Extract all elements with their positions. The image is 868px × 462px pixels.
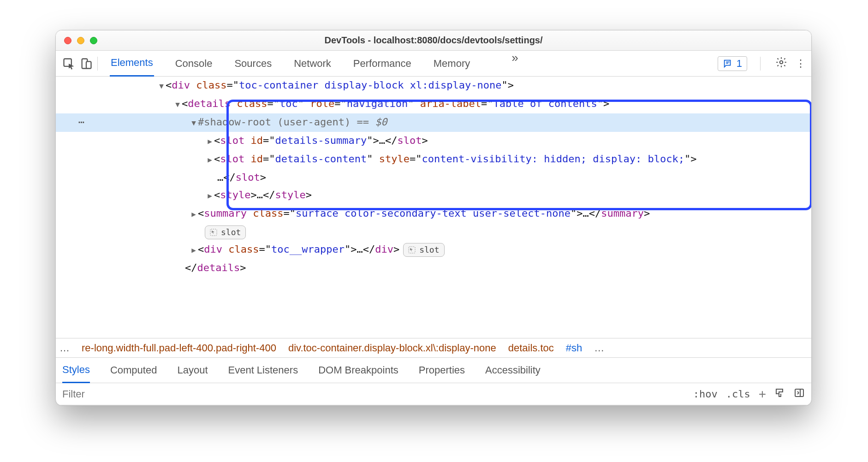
dom-breadcrumbs[interactable]: … re-long.width-full.pad-left-400.pad-ri… [56,338,811,357]
dom-node-summary[interactable]: <summary class="surface color-secondary-… [56,205,811,223]
separator [97,57,98,71]
crumb-item-selected[interactable]: #sh [566,342,582,354]
tab-dom-breakpoints[interactable]: DOM Breakpoints [318,357,398,383]
issues-badge[interactable]: 1 [718,56,747,71]
dom-node-summary-slot-pill[interactable]: slot [56,223,811,241]
inspect-element-icon[interactable] [62,57,75,70]
dom-node-shadow-root[interactable]: ⋯ #shadow-root (user-agent) == $0 [56,113,811,132]
dom-node-div-toc-container[interactable]: <div class="toc-container display-block … [56,77,811,95]
expand-toggle-icon[interactable] [190,242,198,259]
expand-toggle-icon[interactable] [190,114,198,132]
shadow-root-label: #shadow-root (user-agent) [198,116,351,128]
dom-node-details[interactable]: <details class="toc" role="navigation" a… [56,95,811,113]
dom-node-style[interactable]: <style>…</style> [56,186,811,205]
crumb-item[interactable]: details.toc [508,342,554,354]
toggle-hover-button[interactable]: :hov [693,388,718,400]
tab-styles[interactable]: Styles [62,357,90,383]
tab-console[interactable]: Console [174,51,214,77]
tab-memory[interactable]: Memory [433,51,471,77]
styles-filter-input[interactable]: Filter [62,388,693,400]
expand-toggle-icon[interactable] [190,206,198,223]
dom-node-slot-content[interactable]: <slot id="details-content" style="conten… [56,150,811,186]
reveal-slot-button[interactable]: slot [403,243,444,257]
toggle-sidebar-icon[interactable] [794,387,805,401]
expand-toggle-icon[interactable] [206,187,214,205]
paint-icon[interactable] [774,387,785,401]
toggle-classes-button[interactable]: .cls [726,388,750,400]
tab-properties[interactable]: Properties [419,357,465,383]
kebab-menu-icon[interactable]: ⋮ [796,58,807,70]
tab-elements[interactable]: Elements [110,51,154,77]
expand-toggle-icon[interactable] [206,133,214,150]
svg-rect-5 [409,247,415,253]
tab-network[interactable]: Network [293,51,332,77]
tab-sources[interactable]: Sources [233,51,273,77]
zoom-window-button[interactable] [90,37,97,44]
svg-rect-2 [86,61,91,68]
new-style-rule-button[interactable]: + [759,387,766,402]
tab-performance[interactable]: Performance [352,51,412,77]
settings-icon[interactable] [775,56,787,71]
sidebar-tabs: Styles Computed Layout Event Listeners D… [56,357,811,383]
console-ref: $0 [375,116,387,128]
reveal-slot-button[interactable]: slot [205,225,246,239]
tab-event-listeners[interactable]: Event Listeners [228,357,298,383]
more-tabs-icon[interactable]: » [511,51,518,77]
device-toolbar-icon[interactable] [80,57,93,70]
crumb-overflow-right[interactable]: … [594,342,604,354]
crumb-overflow-left[interactable]: … [59,342,70,354]
expand-toggle-icon[interactable] [173,96,182,113]
dom-node-toc-wrapper[interactable]: <div class="toc__wrapper">…</div>slot [56,241,811,259]
window-controls [56,37,97,44]
tab-computed[interactable]: Computed [110,357,157,383]
styles-filter-bar: Filter :hov .cls + [56,383,811,405]
window-title: DevTools - localhost:8080/docs/devtools/… [56,35,811,46]
crumb-item[interactable]: div.toc-container.display-block.xl\:disp… [288,342,496,354]
expand-toggle-icon[interactable] [157,77,166,95]
close-window-button[interactable] [64,37,71,44]
toolbar-right: 1 ⋮ [718,56,807,71]
tab-accessibility[interactable]: Accessibility [485,357,541,383]
devtools-window: DevTools - localhost:8080/docs/devtools/… [55,30,812,406]
expand-toggle-icon[interactable] [206,151,214,169]
gutter-ellipsis[interactable]: ⋯ [56,113,88,131]
main-tabs: Elements Console Sources Network Perform… [110,51,518,77]
titlebar: DevTools - localhost:8080/docs/devtools/… [56,30,811,51]
svg-point-3 [780,60,783,64]
separator [760,57,761,71]
dom-tree[interactable]: <div class="toc-container display-block … [56,77,811,338]
svg-rect-4 [210,229,217,236]
issues-count: 1 [737,58,742,70]
crumb-item[interactable]: re-long.width-full.pad-left-400.pad-righ… [82,342,276,354]
minimize-window-button[interactable] [77,37,84,44]
dom-node-slot-summary[interactable]: <slot id="details-summary">…</slot> [56,132,811,150]
dom-node-details-close[interactable]: </details> [56,259,811,277]
svg-rect-6 [795,389,803,397]
main-toolbar: Elements Console Sources Network Perform… [56,51,811,77]
tab-layout[interactable]: Layout [177,357,208,383]
